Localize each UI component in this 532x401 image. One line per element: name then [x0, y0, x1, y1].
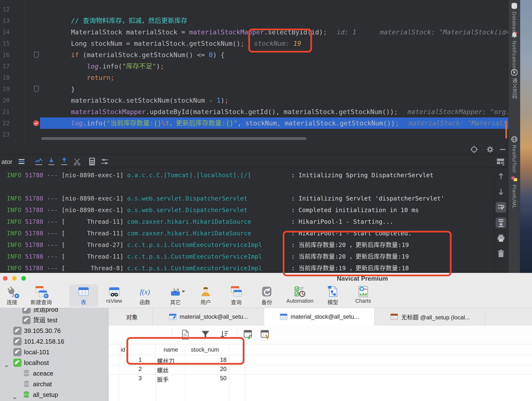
- plus-badge: +: [44, 293, 48, 298]
- printer-icon[interactable]: [496, 233, 506, 244]
- tree-item-39-105-30-76[interactable]: 39.105.30.76: [0, 325, 109, 336]
- import-icon[interactable]: [243, 329, 253, 340]
- toolbar-item-label: 连接: [0, 298, 23, 306]
- fold-marker-icon[interactable]: [34, 86, 39, 92]
- tree-item-aceace[interactable]: aceace: [0, 368, 109, 379]
- grid-row-line: [109, 365, 532, 365]
- tree-item-all-setup[interactable]: all_setup: [0, 389, 109, 400]
- tab-2[interactable]: material_stock@all_setu...: [264, 308, 375, 325]
- tree-item-local-101[interactable]: local-101: [0, 347, 109, 357]
- minimize-button[interactable]: [12, 276, 17, 281]
- tree-item-101-42-158-16[interactable]: 101.42.158.16: [0, 336, 109, 347]
- code-line: log.info("当前库存数量:{}\t，更新后库存数量:{}", stock…: [40, 117, 508, 129]
- toolbar-item-toolbox[interactable]: 其它: [162, 284, 189, 307]
- column-header-id[interactable]: id: [121, 346, 125, 353]
- log-line: INFO 51788 --- [nio-8898-exec-1] o.s.web…: [7, 204, 419, 216]
- chevron-down-icon[interactable]: [13, 393, 17, 397]
- mysql-connection-icon: [13, 327, 22, 335]
- toolbar-item-model[interactable]: 模型: [321, 284, 345, 307]
- editor-bottom-strip: [0, 144, 508, 155]
- toolbar-item-backup[interactable]: 备份: [255, 284, 279, 307]
- toolbar-item-new-query[interactable]: +新建查询: [25, 284, 58, 307]
- toolbar-item-automation[interactable]: Automation: [281, 284, 319, 307]
- tree-item-货运-test[interactable]: 货运 test: [0, 315, 109, 325]
- console-toolbar: ator: [0, 155, 508, 168]
- cell-name[interactable]: 螺丝: [157, 366, 169, 374]
- rail-item-label: 通义灵码: [511, 78, 518, 99]
- debugger-inline-hint: id: 1 materialStock: "MaterialStock(id=1…: [337, 28, 508, 36]
- tree-item-localhost[interactable]: localhost: [0, 357, 109, 368]
- rail-item-notifications[interactable]: Notifications: [509, 31, 520, 72]
- rail-item-restfultool[interactable]: RestfulTool: [509, 135, 520, 174]
- tree-item-airchat[interactable]: airchat: [0, 379, 109, 389]
- tab-3[interactable]: 无标题 @all_setup (local...: [375, 308, 485, 325]
- navicat-titlebar[interactable]: Navicat Premium: [0, 273, 532, 284]
- rail-item-plantuml[interactable]: PlantUML: [509, 175, 520, 210]
- chevron-down-icon[interactable]: [4, 361, 9, 365]
- trash-icon[interactable]: [496, 248, 506, 259]
- arrow-up-icon[interactable]: [496, 171, 506, 182]
- toolbar-item-connection-plug[interactable]: +连接: [0, 284, 23, 307]
- editor-scrollbar-error-stripe[interactable]: [505, 121, 507, 139]
- code-line: [40, 4, 508, 15]
- layout-icon[interactable]: [496, 157, 505, 166]
- soft-wrap-icon[interactable]: [496, 202, 506, 213]
- mute-cut-icon[interactable]: [72, 157, 82, 166]
- locate-icon[interactable]: [469, 145, 479, 154]
- scroll-end-icon[interactable]: [496, 217, 506, 228]
- step-up-icon[interactable]: [59, 157, 69, 166]
- fold-marker-icon[interactable]: [34, 52, 39, 58]
- hamburger-icon[interactable]: [17, 157, 27, 166]
- tab-1[interactable]: material_stock@all_setu...: [153, 308, 264, 325]
- editor-horizontal-scrollbar[interactable]: [41, 137, 306, 140]
- toolbar-item-query[interactable]: 查询: [224, 284, 248, 307]
- close-button[interactable]: [3, 276, 8, 281]
- toolbar-item-table[interactable]: 表: [69, 284, 98, 307]
- code-editor[interactable]: 1213// 查询物料库存，扣减，然后更新库存14MaterialStock m…: [0, 0, 508, 144]
- mysql-connection-icon: [13, 337, 22, 346]
- cell-stock-num[interactable]: 20: [189, 366, 227, 372]
- log-segment: [nio-8898-exec-1]: [62, 172, 127, 179]
- calculator-icon[interactable]: [87, 157, 97, 166]
- gear-icon[interactable]: [485, 145, 495, 154]
- breakpoint-icon[interactable]: [32, 119, 40, 127]
- log-segment: [ Thread-11]: [62, 253, 127, 260]
- toolbar-item-label: 新建查询: [25, 298, 58, 306]
- connection-tree[interactable]: 货运prod货运 test39.105.30.76101.42.158.16lo…: [0, 308, 109, 401]
- rail-item-label: PlantUML: [511, 185, 517, 209]
- tree-item-label: aceace: [33, 368, 53, 379]
- toolbar-item-label: Automation: [281, 298, 319, 304]
- code-token: return;: [87, 74, 114, 81]
- tab-label: material_stock@all_setu...: [291, 313, 359, 320]
- maximize-button[interactable]: [21, 276, 26, 281]
- toolbar-item-view[interactable]: rsView: [100, 284, 128, 307]
- code-line: // 查询物料库存，扣减，然后更新库存: [40, 15, 508, 26]
- arrow-down-icon[interactable]: [496, 186, 506, 197]
- toolbar-item-user[interactable]: 用户: [194, 284, 218, 307]
- grid-column-line: [245, 344, 245, 401]
- log-segment: com.zaxxer.hikari.HikariDataSource: [127, 218, 291, 225]
- cell-name[interactable]: 扳手: [157, 375, 169, 383]
- filter-settings-icon[interactable]: [100, 157, 110, 166]
- code-token: ;: [395, 119, 399, 127]
- log-segment: ---: [43, 253, 62, 260]
- step-down-icon[interactable]: [47, 157, 56, 166]
- log-segment: ---: [43, 218, 62, 225]
- tongyi-icon: [510, 68, 518, 77]
- code-token: log: [87, 62, 99, 70]
- cell-stock-num[interactable]: 50: [189, 375, 227, 382]
- rail-item--[interactable]: 通义灵码: [509, 68, 520, 100]
- toolbar-item-function[interactable]: f(x)函数: [133, 284, 157, 307]
- code-token: 1: [217, 97, 220, 104]
- debug-chart-icon[interactable]: [34, 157, 44, 166]
- table-blue-icon: [280, 313, 288, 321]
- tab-0[interactable]: 对象: [111, 308, 153, 325]
- tree-item-货运prod[interactable]: 货运prod: [0, 308, 109, 315]
- log-segment: ---: [43, 241, 62, 248]
- export-icon[interactable]: [259, 329, 270, 340]
- toolbar-item-charts[interactable]: Charts: [349, 284, 377, 307]
- line-number: 15: [2, 38, 16, 49]
- minimize-icon[interactable]: [498, 145, 507, 154]
- cell-id[interactable]: 3: [118, 375, 142, 382]
- cell-id[interactable]: 2: [118, 366, 142, 372]
